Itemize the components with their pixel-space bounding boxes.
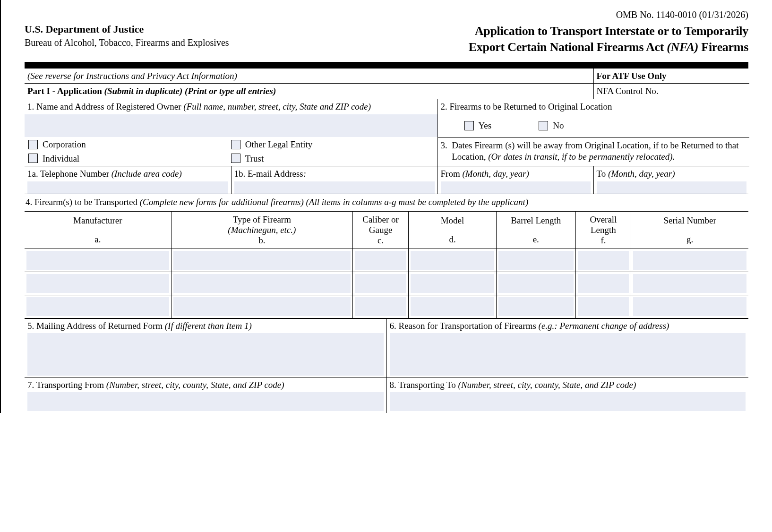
cell-input[interactable]	[578, 251, 629, 270]
label-no: No	[553, 120, 564, 131]
label-corporation: Corporation	[43, 139, 86, 150]
checkbox-yes[interactable]	[464, 121, 474, 130]
department: U.S. Department of Justice	[25, 23, 229, 35]
cell-input[interactable]	[633, 274, 746, 293]
cell-input[interactable]	[411, 251, 494, 270]
firearms-table: Manufacturera. Type of Firearm(Machinegu…	[25, 211, 748, 318]
checkbox-corporation[interactable]	[28, 140, 38, 149]
label-yes: Yes	[479, 120, 492, 131]
cell-input[interactable]	[26, 274, 169, 293]
cell-input[interactable]	[173, 274, 351, 293]
row-7-8: 7. Transporting From (Number, street, ci…	[25, 378, 748, 413]
agency-block: U.S. Department of Justice Bureau of Alc…	[25, 23, 229, 48]
col-model: Modeld.	[409, 212, 497, 249]
part1-header: Part I - Application (Submit in duplicat…	[25, 84, 593, 99]
field6-input[interactable]	[390, 333, 746, 376]
table-row	[25, 249, 748, 272]
cell-input[interactable]	[498, 297, 573, 316]
field-1-name-address: 1. Name and Address of Registered Owner …	[25, 99, 437, 166]
cell-input[interactable]	[173, 251, 351, 270]
cell-input[interactable]	[578, 274, 629, 293]
field4-num: 4.	[26, 197, 34, 207]
field-1b-email: 1b. E-mail Address:	[231, 166, 437, 194]
field3-label-b: (Or dates in transit, if to be permanent…	[488, 152, 675, 162]
field3-to-input[interactable]	[597, 181, 747, 194]
instructions-note: (See reverse for Instructions and Privac…	[25, 69, 593, 84]
cell-input[interactable]	[578, 297, 629, 316]
checkbox-no[interactable]	[539, 121, 548, 130]
col-manufacturer: Manufacturera.	[25, 212, 171, 249]
cell-input[interactable]	[355, 251, 406, 270]
cell-input[interactable]	[498, 274, 573, 293]
cell-input[interactable]	[26, 297, 169, 316]
field1b-colon: :	[303, 169, 306, 179]
cell-input[interactable]	[355, 297, 406, 316]
field1a-num: 1a.	[27, 169, 40, 179]
field1a-label: Telephone Number	[40, 169, 112, 179]
atf-use-only-header: For ATF Use Only	[593, 69, 749, 84]
checkbox-other-legal-entity[interactable]	[231, 140, 240, 149]
field1b-input[interactable]	[234, 181, 435, 194]
field-4-intro: 4. Firearm(s) to be Transported (Complet…	[25, 194, 748, 208]
nfa-control-label: NFA Control No.	[597, 86, 659, 96]
field8-num: 8.	[390, 380, 399, 390]
field-1a-phone: 1a. Telephone Number (Include area code)	[25, 166, 231, 194]
field6-hint: (e.g.: Permanent change of address)	[539, 321, 669, 331]
field6-num: 6.	[390, 321, 399, 331]
field1-input[interactable]	[25, 114, 437, 137]
field3-from-a: From	[441, 169, 463, 179]
part1-hint: (Submit in duplicate) (Print or type all…	[104, 86, 276, 96]
field-8-to: 8. Transporting To (Number, street, city…	[387, 378, 749, 413]
field1-num: 1.	[27, 102, 36, 112]
field-3-dates: 3. Dates Firearm (s) will be away from O…	[437, 137, 749, 166]
field-3-from: From (Month, day, year)	[437, 166, 593, 194]
cell-input[interactable]	[355, 274, 406, 293]
col-serial: Serial Numberg.	[631, 212, 748, 249]
field8-input[interactable]	[390, 392, 746, 411]
field5-input[interactable]	[27, 333, 384, 376]
field2-num: 2.	[441, 102, 450, 112]
field1a-hint: (Include area code)	[112, 169, 182, 179]
field5-hint: (If different than Item 1)	[165, 321, 252, 331]
title-line2a: Export Certain National Firearms Act	[469, 40, 667, 54]
top-form-table: (See reverse for Instructions and Privac…	[25, 69, 749, 194]
title-line2c: Firearms	[698, 40, 748, 54]
cell-input[interactable]	[411, 297, 494, 316]
title-line1: Application to Transport Interstate or t…	[475, 24, 748, 38]
field3-to-b: (Month, day, year)	[608, 169, 675, 179]
cell-input[interactable]	[498, 251, 573, 270]
cell-input[interactable]	[633, 251, 746, 270]
field4-label: Firearm(s) to be Transported	[34, 197, 140, 207]
field-7-from: 7. Transporting From (Number, street, ci…	[25, 378, 387, 413]
field2-label: Firearms to be Returned to Original Loca…	[450, 102, 612, 112]
field3-from-input[interactable]	[441, 181, 591, 194]
col-caliber: Caliber or Gaugec.	[353, 212, 409, 249]
header: U.S. Department of Justice Bureau of Alc…	[25, 23, 748, 55]
col-overall: Overall Lengthf.	[575, 212, 631, 249]
checkbox-individual[interactable]	[28, 154, 38, 163]
field7-label: Transporting From	[36, 380, 106, 390]
omb-number: OMB No. 1140-0010 (01/31/2026)	[25, 9, 748, 20]
cell-input[interactable]	[173, 297, 351, 316]
field1b-num: 1b.	[234, 169, 248, 179]
divider-bar	[25, 62, 748, 69]
nfa-control-cell: NFA Control No.	[593, 84, 749, 99]
field1-hint: (Full name, number, street, city, State …	[183, 102, 371, 112]
field7-hint: (Number, street, city, county, State, an…	[106, 380, 284, 390]
table-row	[25, 272, 748, 295]
title-line2b: (NFA)	[667, 40, 698, 54]
field7-input[interactable]	[27, 392, 384, 411]
cell-input[interactable]	[633, 297, 746, 316]
label-other-legal-entity: Other Legal Entity	[245, 139, 312, 150]
field1a-input[interactable]	[27, 181, 228, 194]
cell-input[interactable]	[411, 274, 494, 293]
field1-label: Name and Address of Registered Owner	[36, 102, 183, 112]
field8-label: Transporting To	[398, 380, 458, 390]
form-page: OMB No. 1140-0010 (01/31/2026) U.S. Depa…	[0, 0, 772, 413]
checkbox-trust[interactable]	[231, 154, 240, 163]
field-3-to: To (Month, day, year)	[593, 166, 749, 194]
cell-input[interactable]	[26, 251, 169, 270]
col-type: Type of Firearm(Machinegun, etc.)b.	[171, 212, 353, 249]
field6-label: Reason for Transportation of Firearms	[399, 321, 539, 331]
field7-num: 7.	[27, 380, 36, 390]
